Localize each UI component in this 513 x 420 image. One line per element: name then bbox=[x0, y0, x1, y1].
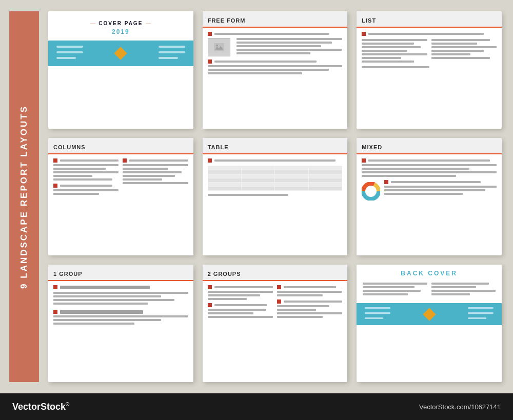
red-square bbox=[384, 180, 388, 184]
text-lines bbox=[214, 61, 343, 63]
content-row bbox=[208, 32, 343, 36]
cover-bar bbox=[56, 51, 83, 53]
free-form-text bbox=[236, 38, 343, 56]
cover-top: — COVER PAGE — 2019 bbox=[48, 11, 193, 41]
card-body-1-group bbox=[48, 281, 193, 330]
cover-bar bbox=[159, 51, 185, 53]
table-cell bbox=[208, 183, 241, 187]
table-cell bbox=[242, 166, 275, 170]
red-square bbox=[208, 285, 212, 289]
table-cell bbox=[242, 183, 275, 187]
text-line bbox=[384, 186, 497, 188]
table-cell bbox=[208, 170, 241, 174]
text-line bbox=[123, 178, 162, 181]
footer-brand: VectorStock® bbox=[12, 402, 69, 412]
table-cell bbox=[308, 178, 342, 183]
content-row bbox=[362, 158, 497, 163]
content-row bbox=[123, 158, 188, 163]
cover-bars-right bbox=[159, 46, 185, 61]
card-body-columns bbox=[48, 154, 193, 201]
text-line bbox=[53, 178, 112, 181]
footer-brand-text: VectorStock bbox=[12, 402, 66, 412]
text-line bbox=[208, 312, 253, 314]
svg-point-1 bbox=[216, 45, 218, 47]
text-lines bbox=[214, 33, 343, 35]
text-line bbox=[368, 33, 484, 35]
card-title-2-groups: 2 GROUPS bbox=[208, 271, 241, 277]
text-line bbox=[277, 294, 323, 296]
content-row bbox=[208, 59, 343, 64]
diamond-icon bbox=[114, 47, 127, 59]
card-table: TABLE bbox=[203, 138, 348, 255]
back-cover-title: BACK COVER bbox=[363, 270, 496, 277]
cover-bar bbox=[159, 46, 185, 48]
table-cell bbox=[242, 178, 275, 183]
red-square bbox=[53, 285, 57, 289]
text-line bbox=[362, 171, 497, 173]
list-two-col bbox=[362, 39, 497, 64]
text-line bbox=[123, 164, 188, 166]
text-line bbox=[208, 309, 267, 311]
bc-col-right bbox=[431, 281, 496, 297]
table-cell bbox=[242, 174, 275, 178]
cover-dash-left: — bbox=[90, 21, 95, 26]
table-row bbox=[208, 178, 342, 183]
card-header-free-form: FREE FORM bbox=[203, 11, 348, 28]
text-line bbox=[363, 293, 408, 295]
text-line bbox=[123, 175, 175, 177]
text-line bbox=[362, 175, 456, 177]
text-line bbox=[431, 39, 490, 41]
table-cell bbox=[308, 170, 342, 174]
text-line bbox=[214, 61, 317, 63]
text-line bbox=[284, 301, 342, 303]
text-line bbox=[362, 164, 497, 166]
text-line bbox=[208, 65, 343, 67]
text-line bbox=[236, 42, 332, 44]
table-cell bbox=[275, 187, 308, 191]
card-2-groups: 2 GROUPS bbox=[203, 265, 348, 382]
mixed-bottom bbox=[362, 180, 497, 201]
text-line bbox=[53, 303, 148, 305]
table-cell bbox=[308, 174, 342, 178]
cover-bar bbox=[56, 57, 76, 59]
card-title-table: TABLE bbox=[208, 144, 229, 150]
card-body-free-form bbox=[203, 28, 348, 78]
cover-bottom bbox=[48, 41, 193, 66]
red-square bbox=[277, 299, 281, 304]
content-row bbox=[362, 32, 497, 36]
text-line bbox=[53, 323, 134, 325]
red-square bbox=[277, 285, 281, 289]
text-line bbox=[214, 159, 336, 162]
cover-bar bbox=[159, 57, 178, 59]
table-cell bbox=[275, 166, 308, 170]
text-line bbox=[431, 286, 477, 288]
content-row bbox=[208, 285, 273, 289]
table-cell bbox=[275, 178, 308, 183]
card-mixed: MIXED bbox=[357, 138, 502, 255]
red-square bbox=[53, 184, 57, 188]
text-line bbox=[236, 52, 311, 54]
card-header-mixed: MIXED bbox=[357, 138, 502, 154]
text-line bbox=[214, 304, 267, 306]
bc-col-left bbox=[363, 281, 427, 297]
table-cell bbox=[208, 174, 241, 178]
group1-header2-text bbox=[60, 310, 188, 314]
list-col-right bbox=[431, 39, 497, 64]
bc-bar bbox=[365, 317, 383, 319]
table-mock bbox=[208, 166, 343, 191]
sidebar-label: 9 Landscape Report Layouts bbox=[19, 105, 29, 289]
2groups-col-left bbox=[208, 285, 273, 319]
text-line bbox=[53, 315, 188, 317]
card-header-list: LIST bbox=[357, 11, 502, 28]
2groups-right-section2 bbox=[277, 299, 342, 318]
table-cell bbox=[208, 178, 241, 183]
back-cover-body: BACK COVER bbox=[357, 265, 502, 303]
table-row bbox=[208, 183, 342, 187]
image-placeholder bbox=[208, 38, 230, 56]
red-square bbox=[208, 158, 212, 163]
card-title-columns: COLUMNS bbox=[53, 144, 86, 150]
svg-point-5 bbox=[367, 187, 375, 195]
text-line bbox=[362, 50, 407, 52]
table-row bbox=[208, 170, 342, 174]
table-cell bbox=[275, 170, 308, 174]
